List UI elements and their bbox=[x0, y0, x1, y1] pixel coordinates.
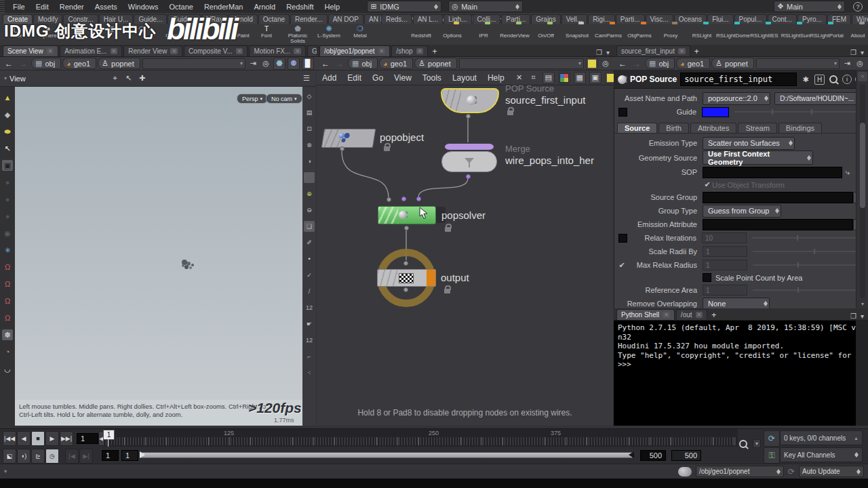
tree-view-icon[interactable]: ⌗ bbox=[528, 73, 539, 83]
list-view-icon[interactable]: ▤ bbox=[542, 72, 555, 84]
sop-field[interactable] bbox=[703, 167, 842, 178]
shelf-tab[interactable]: Visc... bbox=[646, 14, 673, 24]
output-render-flag[interactable] bbox=[427, 270, 435, 286]
shelf-tool-snapshot[interactable]: Snapshot bbox=[561, 24, 593, 45]
checkmark-icon[interactable]: ✔ bbox=[617, 261, 627, 270]
update-mode-dropdown[interactable]: Auto Update bbox=[799, 466, 864, 477]
help-icon[interactable]: ? bbox=[853, 2, 863, 12]
close-icon[interactable]: ✕ bbox=[378, 48, 386, 54]
op-jump-icon[interactable]: ⤷ bbox=[842, 167, 853, 178]
network-menu-item[interactable]: View bbox=[394, 73, 412, 83]
sim-cache-icon[interactable]: ⊵ bbox=[31, 449, 45, 464]
node-name-field[interactable]: source_first_input bbox=[680, 73, 797, 86]
shelf-tab[interactable]: Oceans bbox=[674, 14, 707, 24]
breadcrumb[interactable]: ♙popnet bbox=[98, 58, 140, 69]
spinner[interactable] bbox=[434, 2, 438, 12]
prim-display-icon[interactable]: ☛ bbox=[304, 319, 315, 329]
breadcrumb[interactable]: ◕geo1 bbox=[676, 58, 710, 69]
python-shell[interactable]: Python 2.7.15 (default, Apr 8 2019, 15:3… bbox=[614, 321, 856, 426]
status-expand-icon[interactable]: ▾ bbox=[4, 468, 7, 474]
menu-item[interactable]: Render bbox=[54, 1, 90, 12]
node-name-label[interactable]: source_first_input bbox=[505, 94, 585, 106]
lasso-select-icon[interactable]: ⬬ bbox=[2, 126, 13, 137]
scroll-down-icon[interactable]: ▾ bbox=[861, 301, 864, 307]
close-icon[interactable]: ✕ bbox=[663, 312, 670, 318]
output-port[interactable] bbox=[403, 287, 408, 292]
shelf-tab[interactable]: AN DOP bbox=[328, 14, 363, 24]
jump-start-button[interactable]: |◀◀ bbox=[3, 431, 16, 446]
shelf-tool-rslightsun[interactable]: RSLightSun bbox=[780, 24, 811, 45]
shelf-tab[interactable]: Cont... bbox=[768, 14, 797, 24]
close-icon[interactable]: ✕ bbox=[170, 48, 178, 54]
close-icon[interactable]: ✕ bbox=[678, 48, 686, 54]
timeline-menu-icon[interactable]: ▾ bbox=[753, 439, 761, 448]
pane-menu-icon[interactable]: ▾ bbox=[861, 49, 864, 56]
menu-item[interactable]: Redshift bbox=[281, 1, 319, 12]
play-button[interactable]: ▶ bbox=[45, 431, 59, 446]
scale-icon[interactable]: ● bbox=[2, 211, 13, 222]
radial-menu-icon[interactable]: ◎ bbox=[600, 58, 611, 69]
forward-arrow-icon[interactable]: → bbox=[17, 59, 29, 68]
path-dropdown[interactable]: ▾ bbox=[459, 58, 584, 69]
handles-icon[interactable]: ◉ bbox=[2, 228, 13, 239]
parameter-tab[interactable]: Stream bbox=[738, 123, 776, 133]
snap-magnet-icon-1[interactable]: Ω bbox=[2, 262, 13, 272]
move-handles-icon[interactable]: ✚ bbox=[137, 73, 148, 84]
translate-icon[interactable]: ● bbox=[2, 177, 13, 188]
rotate-icon[interactable]: ● bbox=[2, 194, 13, 205]
notes-icon[interactable] bbox=[586, 58, 598, 70]
shelf-tool-lsystem[interactable]: ❋ L-System bbox=[313, 24, 344, 45]
pane-tab[interactable]: Animation E...✕ bbox=[60, 45, 122, 56]
search-icon[interactable] bbox=[828, 74, 839, 85]
shelf-tool-options[interactable]: Options bbox=[437, 24, 468, 45]
node-popobject[interactable] bbox=[321, 129, 376, 148]
shelf-tool-rslighties[interactable]: RSLightIES bbox=[749, 24, 780, 45]
back-arrow-icon[interactable]: ← bbox=[319, 59, 332, 68]
breadcrumb[interactable]: ◕geo1 bbox=[379, 58, 413, 69]
shade-icon[interactable]: ◑ bbox=[304, 156, 315, 167]
source-group-field[interactable] bbox=[703, 192, 853, 203]
breadcrumb[interactable]: ▦obj bbox=[645, 58, 675, 69]
node-pop-source[interactable] bbox=[441, 88, 499, 113]
box-select-icon[interactable]: ◆ bbox=[2, 109, 13, 120]
arc-icon[interactable]: ◡ bbox=[2, 363, 13, 374]
input-port[interactable] bbox=[416, 197, 421, 201]
parameter-tab[interactable]: Attributes bbox=[690, 123, 736, 133]
snapshot-frame-icon[interactable]: ▉ bbox=[302, 58, 314, 70]
draw-icon[interactable]: ✐ bbox=[304, 237, 315, 248]
pane-tab[interactable]: /shop✕ bbox=[391, 45, 428, 56]
breadcrumb[interactable]: ◕geo1 bbox=[62, 58, 96, 69]
back-arrow-icon[interactable]: ← bbox=[3, 59, 15, 68]
spinner[interactable] bbox=[515, 2, 519, 12]
box-zoom-icon[interactable]: ❏ bbox=[304, 221, 315, 232]
close-icon[interactable]: ✕ bbox=[696, 312, 703, 318]
menu-item[interactable]: Arnold bbox=[248, 1, 281, 12]
playhead[interactable]: 1 bbox=[103, 430, 115, 440]
pin-icon[interactable]: ⇥ bbox=[842, 58, 852, 69]
select-cursor-icon[interactable]: ↖ bbox=[123, 73, 134, 84]
param-scrollbar[interactable]: ⁘ ▾ bbox=[856, 70, 868, 308]
forward-arrow-icon[interactable]: → bbox=[631, 59, 643, 68]
path-dropdown[interactable]: ▾ bbox=[756, 58, 840, 69]
shelf-tab[interactable]: Octane bbox=[258, 14, 290, 24]
asset-path-dropdown[interactable]: D:/Software/HOUDIN~... bbox=[774, 92, 864, 105]
menu-item[interactable]: Octane bbox=[163, 1, 198, 12]
view-grid-icon[interactable]: ▤ bbox=[304, 107, 315, 118]
node-name-label[interactable]: wire_pops_into_her bbox=[505, 155, 612, 166]
point-number-icon[interactable]: 12 bbox=[304, 302, 315, 313]
play-reverse-button[interactable]: ◀ bbox=[17, 431, 31, 446]
lock-handle-icon[interactable]: ▣ bbox=[2, 160, 13, 171]
multi-dots-icon[interactable]: ⁖ bbox=[304, 367, 315, 378]
scroll-thumb[interactable] bbox=[860, 123, 865, 208]
color-palette-icon[interactable] bbox=[558, 72, 570, 84]
shelf-tab[interactable]: Flui... bbox=[707, 14, 733, 24]
menu-item[interactable]: Assets bbox=[90, 1, 123, 12]
pose-icon[interactable]: ✳ bbox=[2, 245, 13, 256]
tools-icon[interactable]: ✕ bbox=[514, 73, 525, 83]
shelf-tool-camparms[interactable]: CamParms bbox=[593, 24, 624, 45]
range-handle-right[interactable] bbox=[625, 451, 634, 458]
relax-iterations-slider[interactable] bbox=[752, 237, 859, 239]
orbit-icon[interactable]: ◔ bbox=[2, 346, 13, 357]
snap-magnet-icon-4[interactable]: Ω bbox=[2, 312, 13, 323]
desktop-selector[interactable]: ⊞ IDMG bbox=[367, 1, 441, 12]
